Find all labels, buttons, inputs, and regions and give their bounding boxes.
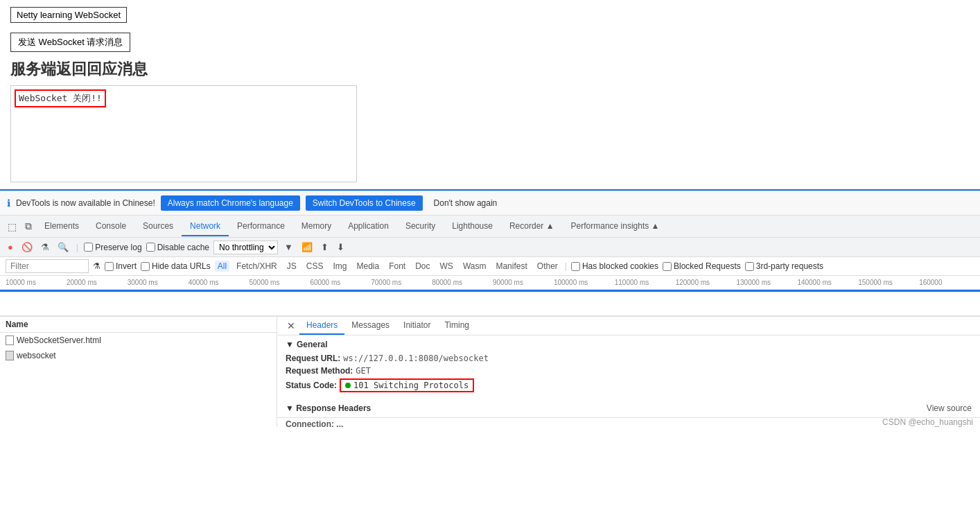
separator1: |	[76, 242, 78, 252]
tab-security[interactable]: Security	[397, 217, 444, 236]
filter-icon-button[interactable]: ⚗	[39, 242, 51, 252]
filter-doc[interactable]: Doc	[412, 261, 432, 272]
third-party-label[interactable]: 3rd-party requests	[745, 261, 823, 271]
blocked-requests-checkbox[interactable]	[663, 262, 672, 271]
match-language-button[interactable]: Always match Chrome's language	[161, 195, 300, 211]
tab-console[interactable]: Console	[87, 217, 134, 236]
triangle-icon2: ▼	[286, 403, 294, 413]
devtools-tab-bar: ⬚ ⧉ Elements Console Sources Network Per…	[0, 216, 980, 238]
response-content: WebSocket 关闭!!	[15, 89, 106, 107]
tab-network[interactable]: Network	[182, 217, 229, 236]
timeline-mark-9: 90000 ms	[493, 279, 554, 286]
filter-css[interactable]: CSS	[304, 261, 326, 272]
response-headers-title-text: ▼ Response Headers	[286, 403, 371, 413]
timeline-bar: 10000 ms 20000 ms 30000 ms 40000 ms 5000…	[0, 276, 980, 290]
has-blocked-cookies-label[interactable]: Has blocked cookies	[571, 261, 658, 271]
page-title-button[interactable]: Netty learning WebSocket	[10, 7, 127, 23]
download-icon-button[interactable]: ⬇	[335, 242, 347, 252]
response-headers-section: ▼ Response Headers View source	[277, 399, 980, 417]
headers-tab-timing[interactable]: Timing	[437, 317, 476, 335]
info-icon: ℹ	[7, 198, 10, 209]
wifi-icon-button[interactable]: 📶	[299, 242, 315, 252]
devtools-toolbar: ● 🚫 ⚗ 🔍 | Preserve log Disable cache No …	[0, 238, 980, 257]
headers-panel: ✕ Headers Messages Initiator Timing ▼ Ge…	[277, 317, 980, 427]
timeline-mark-1: 10000 ms	[6, 279, 67, 286]
send-websocket-button[interactable]: 发送 WebSocket 请求消息	[10, 33, 130, 52]
preserve-log-checkbox[interactable]	[84, 243, 93, 252]
filter-fetch-xhr[interactable]: Fetch/XHR	[234, 261, 280, 272]
record-button[interactable]: ●	[6, 242, 15, 252]
filter-manifest[interactable]: Manifest	[493, 261, 530, 272]
tab-sources[interactable]: Sources	[134, 217, 182, 236]
timeline-mark-14: 140000 ms	[797, 279, 858, 286]
filter-img[interactable]: Img	[330, 261, 349, 272]
close-panel-button[interactable]: ✕	[283, 317, 299, 334]
filter-other[interactable]: Other	[534, 261, 561, 272]
search-icon-button[interactable]: 🔍	[55, 242, 71, 252]
general-section-title: ▼ General	[286, 340, 972, 349]
file-item-html[interactable]: WebSocketServer.html	[0, 333, 277, 348]
hide-data-urls-label[interactable]: Hide data URLs	[141, 261, 211, 271]
stop-button[interactable]: 🚫	[19, 242, 35, 252]
file-item-ws[interactable]: websocket	[0, 348, 277, 363]
device-icon-button[interactable]: ⧉	[21, 220, 36, 232]
filter-separator: |	[565, 261, 567, 271]
response-headers-title-row: ▼ Response Headers View source	[286, 403, 972, 413]
bottom-area: ▼ Response Headers View source Connectio…	[277, 399, 980, 427]
status-dot	[345, 383, 351, 388]
invert-label[interactable]: Invert	[105, 261, 137, 271]
tab-elements[interactable]: Elements	[36, 217, 87, 236]
notification-text: DevTools is now available in Chinese!	[16, 198, 155, 208]
disable-cache-checkbox[interactable]	[146, 243, 155, 252]
upload-icon-button[interactable]: ⬆	[319, 242, 331, 252]
tab-performance-insights[interactable]: Performance insights ▲	[563, 217, 668, 236]
devtools-notification-bar: ℹ DevTools is now available in Chinese! …	[0, 191, 980, 216]
tab-recorder[interactable]: Recorder ▲	[501, 217, 563, 236]
preserve-log-text: Preserve log	[95, 243, 141, 252]
status-code-badge: 101 Switching Protocols	[340, 378, 474, 392]
headers-tab-messages[interactable]: Messages	[344, 317, 396, 335]
headers-tab-bar: ✕ Headers Messages Initiator Timing	[277, 317, 980, 335]
inspect-icon-button[interactable]: ⬚	[3, 221, 21, 232]
connection-row-partial: Connection: ...	[277, 417, 980, 427]
timeline-mark-8: 80000 ms	[432, 279, 493, 286]
has-blocked-cookies-checkbox[interactable]	[571, 262, 580, 271]
timeline-mark-5: 50000 ms	[250, 279, 310, 286]
filter-input[interactable]	[6, 259, 89, 273]
filter-font[interactable]: Font	[386, 261, 408, 272]
disable-cache-text: Disable cache	[157, 243, 209, 252]
preserve-log-label[interactable]: Preserve log	[84, 243, 141, 252]
filter-js[interactable]: JS	[284, 261, 299, 272]
tab-performance[interactable]: Performance	[229, 217, 293, 236]
file-list-header: Name	[0, 317, 277, 333]
dont-show-again-button[interactable]: Don't show again	[428, 195, 503, 211]
invert-checkbox[interactable]	[105, 262, 114, 271]
third-party-checkbox[interactable]	[745, 262, 754, 271]
filter-media[interactable]: Media	[353, 261, 382, 272]
tab-lighthouse[interactable]: Lighthouse	[444, 217, 501, 236]
headers-tab-initiator[interactable]: Initiator	[396, 317, 437, 335]
hide-data-urls-checkbox[interactable]	[141, 262, 150, 271]
blocked-requests-label[interactable]: Blocked Requests	[663, 261, 741, 271]
timeline-mark-12: 120000 ms	[676, 279, 737, 286]
view-source-link[interactable]: View source	[927, 403, 972, 413]
tab-memory[interactable]: Memory	[293, 217, 340, 236]
doc-icon	[6, 335, 14, 345]
headers-tab-headers[interactable]: Headers	[299, 317, 344, 335]
blocked-requests-text: Blocked Requests	[674, 261, 741, 271]
tab-application[interactable]: Application	[340, 217, 397, 236]
timeline-mark-11: 110000 ms	[615, 279, 676, 286]
filter-all[interactable]: All	[215, 261, 229, 272]
file-list-panel: Name WebSocketServer.html websocket	[0, 317, 277, 427]
switch-devtools-button[interactable]: Switch DevTools to Chinese	[306, 195, 423, 211]
filter-wasm[interactable]: Wasm	[460, 261, 489, 272]
request-url-row: Request URL: ws://127.0.0.1:8080/websock…	[286, 354, 972, 363]
watermark: CSDN @echo_huangshi	[882, 417, 973, 427]
throttle-select[interactable]: No throttling	[213, 241, 278, 254]
disable-cache-label[interactable]: Disable cache	[146, 243, 209, 252]
throttle-dropdown-icon[interactable]: ▼	[282, 242, 295, 252]
timeline-mark-10: 100000 ms	[554, 279, 615, 286]
filter-icon: ⚗	[93, 261, 100, 271]
file-name-ws: websocket	[17, 351, 56, 360]
filter-ws[interactable]: WS	[437, 261, 456, 272]
